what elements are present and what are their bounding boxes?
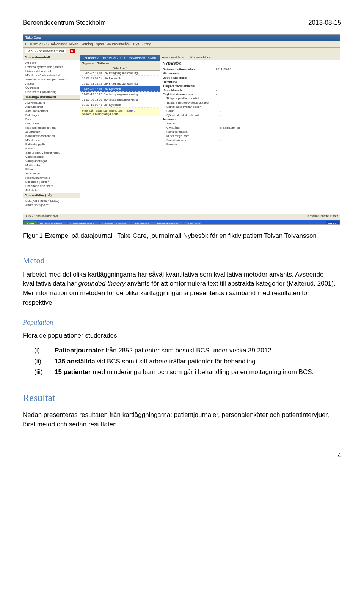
sidebar-item[interactable]: Diklerade ljudfiler — [23, 180, 80, 184]
sidebar-item[interactable]: Skannade dokument — [23, 184, 80, 188]
detail-field: Signifikanta livshändelser- — [163, 105, 337, 109]
taskbar-task[interactable]: Take Care — [184, 222, 202, 225]
sidebar-item[interactable]: Brev — [23, 117, 80, 121]
taskbar-task[interactable]: Funktionsbeskrivn... — [68, 222, 99, 225]
varning-button[interactable]: Varning — [81, 42, 93, 46]
sidebar-item[interactable]: Att göra — [23, 61, 80, 65]
rattelse-button[interactable]: Rättelse — [97, 61, 109, 65]
sidebar-item[interactable]: Mätvärden/Laboratorielista — [23, 73, 80, 77]
list-content: 135 anställda vid BCS som i sitt arbete … — [55, 357, 341, 366]
sidebar-item[interactable]: Externa system och tjänster — [23, 65, 80, 69]
sidebar-filter-item[interactable]: SLL (Karolinska + SLSO) — [23, 199, 80, 203]
status-left: BCS - Konsult-smärt syd — [25, 214, 58, 220]
sidebar-item[interactable]: Översikter — [23, 86, 80, 90]
taskbar-clock: 09:56 — [326, 221, 339, 225]
list-marker: (iii) — [34, 368, 55, 377]
entry-row[interactable]: 13-05-27 11:04 Läk Intagningsanteckning — [80, 71, 160, 76]
embedded-screenshot: Take Care 19 121212-1212 Tolvansson Tolv… — [23, 34, 340, 225]
population-intro: Flera delpopulationer studerades — [23, 331, 341, 341]
sidebar-item[interactable]: Teckningar — [23, 171, 80, 176]
entry-row[interactable]: 11-05-10 16:25 Ssk Intagningsanteckning — [80, 92, 160, 97]
sidebar-section-1: Journalinnehåll — [23, 55, 80, 60]
entry-row[interactable]: 12-06-29 09:34 Läk Nybesök — [80, 76, 160, 81]
sidebar: Journalinnehåll Att göraExterna system o… — [23, 55, 80, 214]
detail-field: Uppgiftslämnare- — [163, 75, 337, 80]
sidebar-item[interactable]: Bokningar — [23, 113, 80, 117]
metod-p1b: grounded theory — [78, 280, 125, 287]
sidebar-item[interactable]: Samordnad vårdplanering — [23, 151, 80, 155]
detail-field: Sömn- — [163, 109, 337, 113]
entry-row[interactable]: 11-03-01 13:57 Ssk Intagningsanteckning — [80, 97, 160, 102]
sidebar-item[interactable]: Multimedia — [23, 163, 80, 167]
start-button[interactable]: Start — [24, 221, 37, 225]
header-left: Beroendecentrum Stockholm — [23, 19, 106, 27]
unit-bar: BCS - Konsult-smärt syd P — [23, 48, 340, 55]
taskbar-task[interactable]: var skrivs figurte... — [38, 222, 67, 225]
anamnes-heading: Anamnes — [163, 118, 216, 121]
detail-field: Tidigare neuropsykologiska test- — [163, 101, 337, 105]
sidebar-item[interactable]: Konsultationsärenden — [23, 134, 80, 138]
sidebar-section-2: Samtliga dokument — [23, 95, 80, 100]
sidebar-item[interactable]: Arbete — [23, 82, 80, 86]
taskbar-task[interactable]: Rapport - Microso... — [100, 222, 131, 225]
sidebar-item[interactable]: Senaste journaltext per sökord — [23, 77, 80, 82]
kopiera-button[interactable]: Kopiera till ny — [190, 55, 211, 59]
list-marker: (ii) — [34, 357, 55, 366]
resultat-paragraph: Nedan presenteras resultaten från kartlä… — [23, 410, 341, 429]
detail-panel: Avancerat filter... Kopiera till ny NYBE… — [160, 55, 340, 214]
sidebar-item[interactable]: Läkemedelsjournal — [23, 69, 80, 73]
unit-combo[interactable]: BCS - Konsult-smärt syd — [25, 49, 66, 53]
page-indicator: Sida 1 av 1 — [80, 66, 160, 71]
taskbar-task[interactable]: Information — [132, 222, 152, 225]
filter-bar: Filter på - visar journaltext där: Ta bo… — [80, 108, 160, 116]
sidebar-item[interactable]: Aktiviteter — [23, 188, 80, 192]
filter-text: Filter på - visar journaltext där: — [82, 109, 123, 112]
sidebar-item[interactable]: Journaltext — [23, 130, 80, 134]
sparr-button[interactable]: Spärr — [96, 42, 104, 46]
journalinnehall-button[interactable]: Journalinnehåll — [107, 42, 130, 46]
status-right: Christina Scheffel Birath — [306, 214, 338, 220]
sidebar-item[interactable]: Aktivitetsplaner — [23, 101, 80, 105]
avancerat-filter-button[interactable]: Avancerat filter... — [162, 55, 187, 59]
sidebar-item[interactable]: Diagnoser — [23, 121, 80, 126]
sidebar-item[interactable]: Vårdkontakter — [23, 155, 80, 159]
entry-row[interactable]: 09-12-10 09:46 Läk Nybesök — [80, 102, 160, 108]
detail-field: Psykiatrisk anamnes- — [163, 92, 337, 96]
list-item: (i) Patientjournaler från 2852 patienter… — [34, 346, 341, 355]
patient-tab[interactable]: 19 121212-1212 Tolvansson Tolvan — [25, 42, 78, 46]
patient-tab-bar: 19 121212-1212 Tolvansson Tolvan Varning… — [23, 41, 340, 48]
detail-field: Tidigare psykiatrisk vård- — [163, 96, 337, 101]
sidebar-item[interactable]: Ficlera multimedia — [23, 176, 80, 180]
sidebar-item[interactable]: Patientuppgifter — [23, 142, 80, 146]
sidebar-item[interactable]: Recept — [23, 146, 80, 151]
entry-row[interactable]: 12-05-23 11:19 Läk Intagningsanteckning — [80, 81, 160, 86]
list-content: Patientjournaler från 2852 patienter som… — [55, 346, 341, 355]
taskbar: Start var skrivs figurte...Funktionsbesk… — [23, 220, 340, 225]
sidebar-item[interactable]: Ambulansjournal — [23, 109, 80, 113]
page-header: Beroendecentrum Stockholm 2013-08-15 — [23, 19, 341, 27]
sidebar-item[interactable]: Mätvärden — [23, 138, 80, 142]
sidebar-item[interactable]: Dokument i tidsordning — [23, 90, 80, 94]
detail-field: Minderåriga barn3 — [163, 134, 337, 138]
app-titlebar: Take Care — [23, 35, 340, 41]
sidebar-item[interactable]: Inskrivningsplaneringar — [23, 126, 80, 130]
stang-button[interactable]: Stäng — [142, 42, 151, 46]
filter-remove[interactable]: Ta bort — [125, 109, 134, 112]
status-bar: BCS - Konsult-smärt syd Christina Scheff… — [23, 214, 340, 220]
list-marker: (i) — [34, 346, 55, 355]
entry-row[interactable]: 11-05-20 16:04 Läk Nybesök — [80, 86, 160, 92]
detail-field: Boende- — [163, 142, 337, 146]
inner-title: Journaltext - 19 121212-1212 Tolvansson … — [83, 56, 156, 60]
sidebar-item[interactable]: Bilder — [23, 167, 80, 171]
detail-field: Närvarande- — [163, 71, 337, 75]
sidebar-filter-item[interactable]: Andra vårdgivare — [23, 203, 80, 207]
detail-field: Remittent- — [163, 80, 337, 84]
population-list: (i) Patientjournaler från 2852 patienter… — [34, 346, 341, 377]
detail-field: Familjesituation- — [163, 130, 337, 134]
metod-heading: Metod — [23, 256, 341, 266]
nytt-button[interactable]: Nytt — [133, 42, 139, 46]
sidebar-item[interactable]: Vårdplaneringar — [23, 159, 80, 163]
sidebar-item[interactable]: Akutuppgifter — [23, 105, 80, 109]
taskbar-task[interactable]: Organisationsbes... — [152, 222, 183, 225]
signera-button[interactable]: Signera — [82, 61, 94, 65]
